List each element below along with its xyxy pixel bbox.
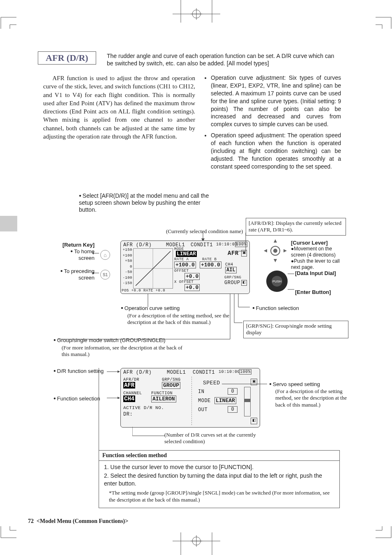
footer-section: <Model Menu (Common Functions)> bbox=[37, 518, 128, 524]
annot-op-curve: Operation curve setting bbox=[121, 305, 180, 312]
annot-servo-speed-sub: (For a description of the setting method… bbox=[275, 388, 349, 408]
page-number: 72 bbox=[28, 518, 34, 524]
footer: 72 <Model Menu (Common Functions)> bbox=[28, 518, 128, 525]
annot-op-curve-sub: (For a description of the setting method… bbox=[127, 312, 238, 326]
svg-marker-19 bbox=[274, 259, 277, 262]
annot-to-preceding: To preceding screen bbox=[64, 268, 95, 281]
annot-grp-single: Group/single mode switch (GROUP/SINGLEl) bbox=[53, 337, 166, 344]
cursor-lever-icon bbox=[263, 238, 288, 263]
annot-func-selection: Function selection bbox=[252, 305, 299, 312]
svg-marker-18 bbox=[274, 239, 277, 243]
svg-marker-20 bbox=[264, 249, 267, 252]
bullet-item: Operation curve adjustment: Six types of… bbox=[211, 74, 341, 128]
procedure-head: Function selection method bbox=[99, 451, 339, 461]
page: AFR (D/R) The rudder angle and curve of … bbox=[0, 0, 392, 555]
svg-marker-42 bbox=[118, 397, 120, 399]
intro-text: The rudder angle and curve of each opera… bbox=[107, 52, 337, 67]
data-input-dial: PUSH bbox=[266, 271, 288, 292]
svg-marker-21 bbox=[284, 249, 287, 252]
lcd-screen-2: AFR (D/R) MODEL1 CONDIT1 10:10:00 100% A… bbox=[120, 368, 260, 428]
annot-cond-name: (Currently selected condition name) bbox=[166, 228, 243, 235]
annot-grp-single-sub: (For more information, see the descripti… bbox=[62, 345, 185, 358]
annot-dr-func: D/R function setting bbox=[53, 368, 104, 375]
annot-cursor-lever: [Cursor Lever] bbox=[291, 240, 328, 246]
svg-point-23 bbox=[273, 249, 277, 253]
s1-icon: S1 bbox=[100, 270, 110, 280]
crop-mark-top bbox=[0, 0, 392, 37]
bullet-list: Operation curve adjustment: Six types of… bbox=[203, 74, 341, 174]
procedure-step: 1. Use the cursor lever to move the curs… bbox=[104, 463, 334, 471]
lcd-screen-1: AFR (D/R) MODEL1 CONDIT1 10:10:00 100% +… bbox=[120, 240, 250, 294]
procedure-note: *The setting mode (group [GROUP]/single … bbox=[104, 489, 334, 504]
annot-to-home: To home screen bbox=[74, 248, 95, 261]
push-button: PUSH bbox=[272, 276, 282, 287]
paragraph-left: AFR function is used to adjust the throw… bbox=[43, 74, 195, 141]
annot-cursor-bullets: ●Movement on the screen (4 directions)●P… bbox=[291, 246, 346, 271]
section-title: AFR (D/R) bbox=[38, 51, 96, 65]
side-tab bbox=[0, 216, 17, 231]
crop-mark-bottom bbox=[0, 526, 392, 555]
procedure-step: 2. Select the desired function by turnin… bbox=[104, 472, 334, 488]
svg-marker-40 bbox=[118, 370, 120, 373]
annot-func-selection-2: Function selection bbox=[53, 395, 100, 402]
annot-afrdr-box: [AFR/D/R]: Displays the currently select… bbox=[246, 218, 346, 236]
annot-dr-count: (Number of D/R curves set at the current… bbox=[164, 432, 271, 445]
annot-data-dial: [Data Input Dial] bbox=[295, 270, 336, 277]
home-icon: ⌂ bbox=[100, 250, 110, 260]
annot-servo-speed: Servo speed setting bbox=[269, 381, 320, 388]
annot-enter-button: [Enter Button] bbox=[295, 289, 331, 296]
bullet-item: Operation speed adjustment: The operatio… bbox=[211, 132, 341, 170]
procedure-box: Function selection method 1. Use the cur… bbox=[99, 450, 340, 508]
instruction: Select [AFR(D/R)] at the model menu and … bbox=[79, 192, 210, 213]
annot-grpsng-box: [GRP/SNG]: Group/single mode setting dis… bbox=[243, 321, 348, 338]
annot-return-key: [Return Key] bbox=[62, 242, 95, 248]
